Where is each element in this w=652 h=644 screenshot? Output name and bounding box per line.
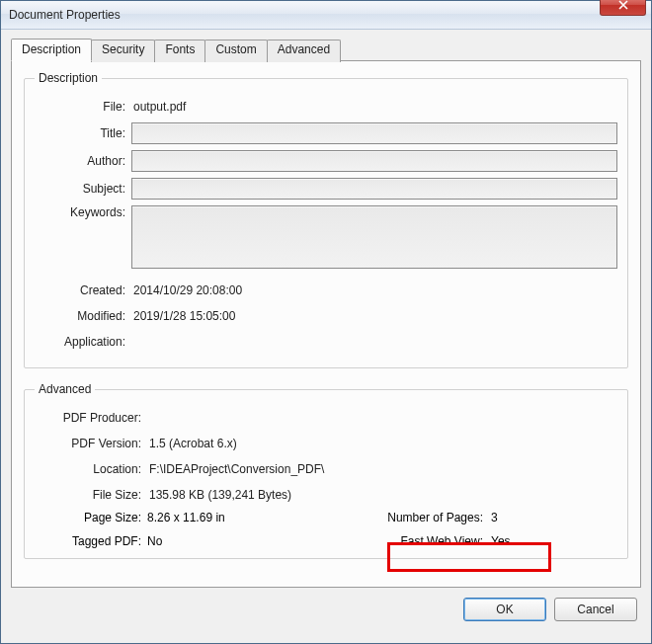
input-author[interactable] — [131, 150, 617, 172]
group-description: Description File: output.pdf Title: Auth… — [24, 71, 628, 368]
label-tagged: Tagged PDF: — [35, 534, 147, 548]
label-pagesize: Page Size: — [35, 511, 147, 524]
label-producer: PDF Producer: — [35, 411, 147, 425]
advanced-two-col: Page Size: 8.26 x 11.69 in Number of Pag… — [35, 511, 617, 548]
label-version: PDF Version: — [35, 437, 147, 450]
label-modified: Modified: — [35, 309, 131, 323]
ok-button[interactable]: OK — [463, 598, 546, 621]
label-keywords: Keywords: — [35, 205, 131, 219]
value-pagesize: 8.26 x 11.69 in — [147, 511, 225, 524]
tabs-container: Description Security Fonts Custom Advanc… — [11, 38, 641, 588]
label-location: Location: — [35, 462, 147, 476]
value-file: output.pdf — [131, 100, 617, 114]
tab-advanced[interactable]: Advanced — [267, 40, 341, 62]
value-numpages: 3 — [489, 511, 617, 524]
row-author: Author: — [35, 150, 617, 172]
row-version: PDF Version: 1.5 (Acrobat 6.x) — [35, 434, 617, 453]
row-title: Title: — [35, 122, 617, 144]
input-title[interactable] — [131, 122, 617, 144]
label-filesize: File Size: — [35, 488, 147, 502]
value-fastweb: Yes — [489, 534, 617, 548]
label-file: File: — [35, 100, 131, 114]
row-producer: PDF Producer: — [35, 408, 617, 428]
close-button[interactable] — [600, 0, 646, 16]
row-keywords: Keywords: — [35, 205, 617, 269]
group-description-legend: Description — [35, 71, 102, 85]
tab-security[interactable]: Security — [91, 40, 155, 62]
value-version: 1.5 (Acrobat 6.x) — [147, 437, 617, 450]
row-location: Location: F:\IDEAProject\Conversion_PDF\ — [35, 459, 617, 479]
row-file: File: output.pdf — [35, 97, 617, 117]
value-filesize: 135.98 KB (139,241 Bytes) — [147, 488, 617, 502]
tab-strip: Description Security Fonts Custom Advanc… — [11, 38, 641, 60]
dialog-window: Document Properties Description Security… — [0, 0, 652, 644]
label-numpages: Number of Pages: — [361, 511, 489, 524]
dialog-body: Description Security Fonts Custom Advanc… — [1, 30, 651, 631]
value-modified: 2019/1/28 15:05:00 — [131, 309, 617, 323]
input-subject[interactable] — [131, 178, 617, 200]
window-title: Document Properties — [9, 8, 651, 22]
close-icon — [618, 0, 628, 10]
label-fastweb: Fast Web View: — [361, 534, 489, 548]
tab-fonts[interactable]: Fonts — [154, 40, 205, 62]
value-location: F:\IDEAProject\Conversion_PDF\ — [147, 462, 617, 476]
row-pagesize: Page Size: 8.26 x 11.69 in — [35, 511, 341, 524]
input-keywords[interactable] — [131, 205, 617, 269]
label-author: Author: — [35, 154, 131, 168]
value-created: 2014/10/29 20:08:00 — [131, 283, 617, 297]
dialog-buttons: OK Cancel — [11, 588, 641, 621]
cancel-button[interactable]: Cancel — [554, 598, 637, 621]
value-tagged: No — [147, 534, 162, 548]
label-title: Title: — [35, 126, 131, 140]
row-modified: Modified: 2019/1/28 15:05:00 — [35, 306, 617, 326]
label-subject: Subject: — [35, 182, 131, 196]
tab-custom[interactable]: Custom — [204, 40, 267, 62]
label-created: Created: — [35, 283, 131, 297]
titlebar: Document Properties — [1, 1, 651, 30]
tab-description[interactable]: Description — [11, 39, 92, 61]
group-advanced-legend: Advanced — [35, 382, 95, 396]
row-created: Created: 2014/10/29 20:08:00 — [35, 281, 617, 300]
row-subject: Subject: — [35, 178, 617, 200]
tab-page-description: Description File: output.pdf Title: Auth… — [11, 60, 641, 588]
row-filesize: File Size: 135.98 KB (139,241 Bytes) — [35, 485, 617, 505]
label-application: Application: — [35, 335, 131, 349]
row-application: Application: — [35, 332, 617, 352]
row-tagged: Tagged PDF: No — [35, 534, 341, 548]
group-advanced: Advanced PDF Producer: PDF Version: 1.5 … — [24, 382, 628, 559]
